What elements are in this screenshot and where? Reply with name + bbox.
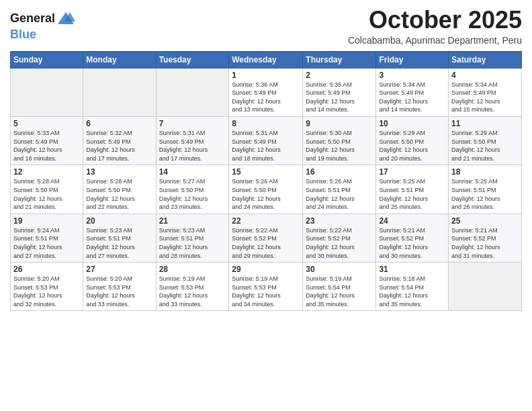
header-wednesday: Wednesday — [229, 51, 303, 68]
page-container: General Blue October 2025 Colcabamba, Ap… — [0, 0, 532, 318]
month-title: October 2025 — [348, 7, 522, 34]
calendar-cell-w2-d1: 5Sunrise: 5:33 AM Sunset: 5:49 PM Daylig… — [11, 116, 83, 165]
day-number: 31 — [379, 265, 445, 274]
day-info: Sunrise: 5:35 AM Sunset: 5:49 PM Dayligh… — [306, 81, 373, 114]
day-info: Sunrise: 5:26 AM Sunset: 5:50 PM Dayligh… — [232, 177, 300, 211]
calendar-cell-w3-d2: 13Sunrise: 5:28 AM Sunset: 5:50 PM Dayli… — [83, 165, 156, 214]
day-number: 5 — [13, 119, 80, 128]
day-number: 12 — [13, 167, 80, 177]
day-number: 4 — [451, 71, 519, 80]
calendar-week-1: 1Sunrise: 5:36 AM Sunset: 5:49 PM Daylig… — [11, 68, 522, 116]
calendar-cell-w4-d1: 19Sunrise: 5:24 AM Sunset: 5:51 PM Dayli… — [11, 214, 83, 262]
day-number: 1 — [232, 71, 300, 80]
day-info: Sunrise: 5:27 AM Sunset: 5:50 PM Dayligh… — [159, 177, 226, 211]
logo-blue-text: Blue — [10, 28, 75, 42]
header-monday: Monday — [83, 51, 156, 68]
day-info: Sunrise: 5:36 AM Sunset: 5:49 PM Dayligh… — [232, 81, 300, 114]
calendar-week-4: 19Sunrise: 5:24 AM Sunset: 5:51 PM Dayli… — [11, 214, 522, 262]
header-friday: Friday — [376, 51, 449, 68]
day-info: Sunrise: 5:33 AM Sunset: 5:49 PM Dayligh… — [13, 129, 80, 163]
day-number: 3 — [379, 71, 445, 80]
calendar-cell-w2-d5: 9Sunrise: 5:30 AM Sunset: 5:50 PM Daylig… — [303, 116, 376, 165]
day-number: 23 — [306, 216, 373, 226]
calendar-table: Sunday Monday Tuesday Wednesday Thursday… — [10, 51, 522, 312]
header-tuesday: Tuesday — [156, 51, 229, 68]
day-number: 11 — [451, 119, 519, 128]
calendar-week-3: 12Sunrise: 5:28 AM Sunset: 5:50 PM Dayli… — [11, 165, 522, 214]
day-info: Sunrise: 5:19 AM Sunset: 5:53 PM Dayligh… — [159, 275, 226, 308]
day-number: 7 — [159, 119, 226, 128]
day-info: Sunrise: 5:25 AM Sunset: 5:51 PM Dayligh… — [451, 177, 519, 211]
day-number: 16 — [306, 167, 373, 177]
header-saturday: Saturday — [449, 51, 522, 68]
logo: General Blue — [10, 9, 75, 42]
day-number: 8 — [232, 119, 300, 128]
day-info: Sunrise: 5:29 AM Sunset: 5:50 PM Dayligh… — [451, 129, 519, 163]
day-number: 15 — [232, 167, 300, 177]
day-info: Sunrise: 5:31 AM Sunset: 5:49 PM Dayligh… — [232, 129, 300, 163]
day-info: Sunrise: 5:23 AM Sunset: 5:51 PM Dayligh… — [86, 226, 152, 260]
header-thursday: Thursday — [303, 51, 376, 68]
day-number: 30 — [306, 265, 373, 274]
day-number: 26 — [13, 265, 80, 274]
day-info: Sunrise: 5:22 AM Sunset: 5:52 PM Dayligh… — [232, 226, 300, 260]
calendar-cell-w5-d1: 26Sunrise: 5:20 AM Sunset: 5:53 PM Dayli… — [11, 263, 83, 311]
calendar-cell-w5-d6: 31Sunrise: 5:18 AM Sunset: 5:54 PM Dayli… — [376, 263, 449, 311]
day-info: Sunrise: 5:21 AM Sunset: 5:52 PM Dayligh… — [379, 226, 445, 260]
location-subtitle: Colcabamba, Apurimac Department, Peru — [348, 35, 522, 46]
calendar-cell-w4-d2: 20Sunrise: 5:23 AM Sunset: 5:51 PM Dayli… — [83, 214, 156, 262]
calendar-cell-w4-d3: 21Sunrise: 5:23 AM Sunset: 5:51 PM Dayli… — [156, 214, 229, 262]
day-number: 2 — [306, 71, 373, 80]
day-number: 28 — [159, 265, 226, 274]
calendar-cell-w1-d1 — [11, 68, 83, 116]
day-info: Sunrise: 5:22 AM Sunset: 5:52 PM Dayligh… — [306, 226, 373, 260]
day-number: 18 — [451, 167, 519, 177]
calendar-cell-w2-d6: 10Sunrise: 5:29 AM Sunset: 5:50 PM Dayli… — [376, 116, 449, 165]
logo-text: General — [10, 12, 55, 26]
day-number: 10 — [379, 119, 445, 128]
day-info: Sunrise: 5:19 AM Sunset: 5:53 PM Dayligh… — [232, 275, 300, 308]
calendar-cell-w2-d3: 7Sunrise: 5:31 AM Sunset: 5:49 PM Daylig… — [156, 116, 229, 165]
day-info: Sunrise: 5:32 AM Sunset: 5:49 PM Dayligh… — [86, 129, 152, 163]
calendar-header-row: Sunday Monday Tuesday Wednesday Thursday… — [11, 51, 522, 68]
calendar-cell-w4-d5: 23Sunrise: 5:22 AM Sunset: 5:52 PM Dayli… — [303, 214, 376, 262]
calendar-cell-w3-d6: 17Sunrise: 5:25 AM Sunset: 5:51 PM Dayli… — [376, 165, 449, 214]
calendar-cell-w1-d5: 2Sunrise: 5:35 AM Sunset: 5:49 PM Daylig… — [303, 68, 376, 116]
logo-icon — [56, 9, 75, 28]
calendar-cell-w5-d2: 27Sunrise: 5:20 AM Sunset: 5:53 PM Dayli… — [83, 263, 156, 311]
day-number: 17 — [379, 167, 445, 177]
day-number: 25 — [451, 216, 519, 226]
day-info: Sunrise: 5:26 AM Sunset: 5:51 PM Dayligh… — [306, 177, 373, 211]
day-info: Sunrise: 5:18 AM Sunset: 5:54 PM Dayligh… — [379, 275, 445, 308]
calendar-cell-w3-d3: 14Sunrise: 5:27 AM Sunset: 5:50 PM Dayli… — [156, 165, 229, 214]
calendar-cell-w3-d4: 15Sunrise: 5:26 AM Sunset: 5:50 PM Dayli… — [229, 165, 303, 214]
day-number: 14 — [159, 167, 226, 177]
day-info: Sunrise: 5:31 AM Sunset: 5:49 PM Dayligh… — [159, 129, 226, 163]
calendar-cell-w1-d3 — [156, 68, 229, 116]
calendar-cell-w3-d1: 12Sunrise: 5:28 AM Sunset: 5:50 PM Dayli… — [11, 165, 83, 214]
day-number: 21 — [159, 216, 226, 226]
day-info: Sunrise: 5:20 AM Sunset: 5:53 PM Dayligh… — [13, 275, 80, 308]
calendar-cell-w2-d7: 11Sunrise: 5:29 AM Sunset: 5:50 PM Dayli… — [449, 116, 522, 165]
day-number: 20 — [86, 216, 152, 226]
calendar-week-5: 26Sunrise: 5:20 AM Sunset: 5:53 PM Dayli… — [11, 263, 522, 311]
calendar-cell-w5-d5: 30Sunrise: 5:19 AM Sunset: 5:54 PM Dayli… — [303, 263, 376, 311]
calendar-cell-w4-d6: 24Sunrise: 5:21 AM Sunset: 5:52 PM Dayli… — [376, 214, 449, 262]
day-number: 9 — [306, 119, 373, 128]
header-sunday: Sunday — [11, 51, 83, 68]
day-info: Sunrise: 5:24 AM Sunset: 5:51 PM Dayligh… — [13, 226, 80, 260]
calendar-week-2: 5Sunrise: 5:33 AM Sunset: 5:49 PM Daylig… — [11, 116, 522, 165]
day-number: 22 — [232, 216, 300, 226]
day-info: Sunrise: 5:28 AM Sunset: 5:50 PM Dayligh… — [86, 177, 152, 211]
calendar-cell-w4-d4: 22Sunrise: 5:22 AM Sunset: 5:52 PM Dayli… — [229, 214, 303, 262]
calendar-cell-w1-d7: 4Sunrise: 5:34 AM Sunset: 5:49 PM Daylig… — [449, 68, 522, 116]
calendar-cell-w5-d4: 29Sunrise: 5:19 AM Sunset: 5:53 PM Dayli… — [229, 263, 303, 311]
day-info: Sunrise: 5:30 AM Sunset: 5:50 PM Dayligh… — [306, 129, 373, 163]
calendar-cell-w5-d3: 28Sunrise: 5:19 AM Sunset: 5:53 PM Dayli… — [156, 263, 229, 311]
day-info: Sunrise: 5:25 AM Sunset: 5:51 PM Dayligh… — [379, 177, 445, 211]
calendar-cell-w1-d6: 3Sunrise: 5:34 AM Sunset: 5:49 PM Daylig… — [376, 68, 449, 116]
day-info: Sunrise: 5:29 AM Sunset: 5:50 PM Dayligh… — [379, 129, 445, 163]
day-number: 29 — [232, 265, 300, 274]
title-area: October 2025 Colcabamba, Apurimac Depart… — [348, 7, 522, 46]
calendar-cell-w3-d7: 18Sunrise: 5:25 AM Sunset: 5:51 PM Dayli… — [449, 165, 522, 214]
